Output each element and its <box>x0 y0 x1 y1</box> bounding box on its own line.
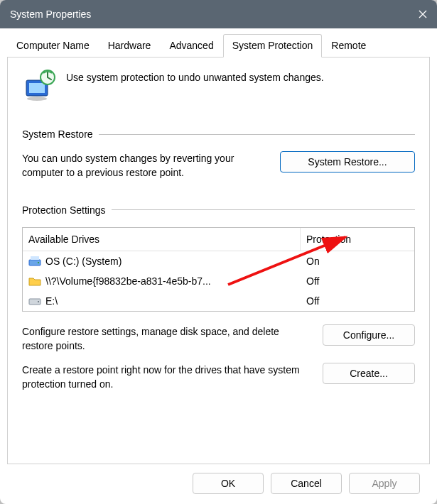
close-button[interactable] <box>409 0 437 28</box>
group-protection-settings: Protection Settings Available Drives Pro… <box>22 204 415 392</box>
drive-c-icon <box>28 255 41 268</box>
drives-table-header: Available Drives Protection <box>23 228 414 251</box>
divider <box>99 134 415 135</box>
system-protection-icon <box>22 69 56 103</box>
group-heading-restore: System Restore <box>22 128 93 140</box>
table-row[interactable]: E:\ Off <box>23 291 414 311</box>
group-system-restore: System Restore You can undo system chang… <box>22 128 415 180</box>
group-heading-protection: Protection Settings <box>22 204 106 216</box>
configure-description: Configure restore settings, manage disk … <box>22 324 311 354</box>
svg-point-7 <box>38 262 39 263</box>
intro-row: Use system protection to undo unwanted s… <box>22 69 415 103</box>
tab-system-protection[interactable]: System Protection <box>223 34 323 57</box>
ok-button[interactable]: OK <box>193 473 264 494</box>
drive-name: E:\ <box>45 295 58 307</box>
create-button[interactable]: Create... <box>323 363 415 384</box>
table-row[interactable]: \\?\Volume{f98832be-a831-4e5b-b7... Off <box>23 271 414 291</box>
divider <box>112 209 415 210</box>
drive-status: Off <box>301 291 414 311</box>
client-area: Computer Name Hardware Advanced System P… <box>0 28 437 504</box>
tab-advanced[interactable]: Advanced <box>160 34 222 57</box>
intro-text: Use system protection to undo unwanted s… <box>66 72 324 83</box>
svg-rect-6 <box>31 256 39 260</box>
drive-name: \\?\Volume{f98832be-a831-4e5b-b7... <box>45 275 211 287</box>
drives-table: Available Drives Protection OS (C:) (Sys… <box>22 227 415 312</box>
create-description: Create a restore point right now for the… <box>22 363 311 392</box>
titlebar: System Properties <box>0 0 437 28</box>
tab-hardware[interactable]: Hardware <box>99 34 161 57</box>
system-properties-window: System Properties Computer Name Hardware… <box>0 0 437 504</box>
configure-button[interactable]: Configure... <box>323 324 415 346</box>
restore-description: You can undo system changes by reverting… <box>22 151 269 180</box>
folder-icon <box>28 275 41 287</box>
cancel-button[interactable]: Cancel <box>271 473 342 494</box>
svg-point-9 <box>38 301 39 302</box>
close-icon <box>418 9 428 19</box>
window-title: System Properties <box>10 9 409 20</box>
tab-remote[interactable]: Remote <box>322 34 375 57</box>
table-row[interactable]: OS (C:) (System) On <box>23 251 414 271</box>
col-header-drives: Available Drives <box>23 228 301 251</box>
tabstrip: Computer Name Hardware Advanced System P… <box>7 34 430 57</box>
system-restore-button[interactable]: System Restore... <box>280 151 415 172</box>
svg-point-2 <box>27 97 47 101</box>
svg-rect-1 <box>29 83 45 93</box>
drive-status: On <box>301 251 414 271</box>
tab-panel-system-protection: Use system protection to undo unwanted s… <box>7 57 430 464</box>
drive-name: OS (C:) (System) <box>45 256 122 267</box>
drive-e-icon <box>28 295 41 307</box>
col-header-protection: Protection <box>301 228 414 251</box>
drive-status: Off <box>301 271 414 291</box>
apply-button: Apply <box>349 473 420 494</box>
dialog-footer: OK Cancel Apply <box>7 464 430 504</box>
tab-computer-name[interactable]: Computer Name <box>7 34 99 57</box>
